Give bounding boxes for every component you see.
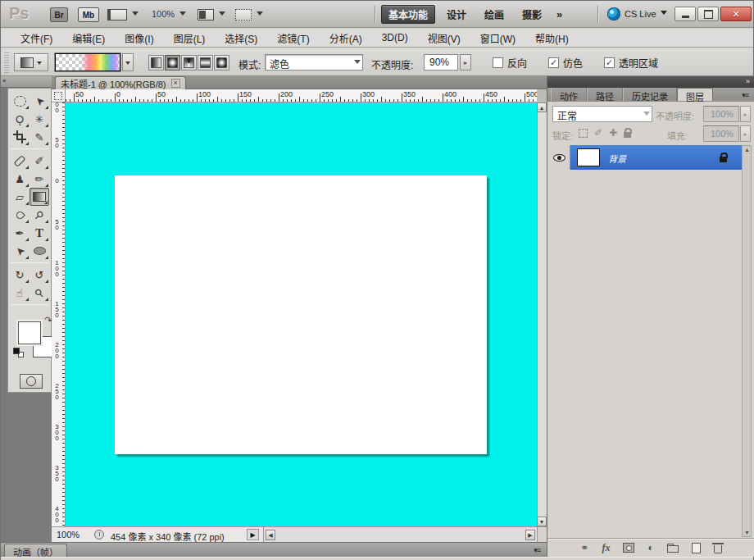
delete-layer-icon[interactable]: [714, 545, 722, 553]
workspace-overflow-icon[interactable]: »: [553, 8, 566, 20]
panel-menu-icon[interactable]: ▾≡: [742, 91, 748, 99]
canvas-viewport[interactable]: [66, 102, 537, 526]
screen-mode-icon[interactable]: [235, 9, 252, 20]
menu-item-10[interactable]: 帮助(H): [525, 29, 579, 48]
checkbox-1[interactable]: ✓仿色: [548, 56, 583, 70]
magic-wand-tool[interactable]: ✳: [30, 110, 49, 128]
collapse-panels-icon[interactable]: »: [746, 77, 750, 85]
menu-item-1[interactable]: 编辑(E): [62, 29, 115, 48]
pen-tool[interactable]: ✒: [10, 224, 30, 242]
layer-fill-spinner[interactable]: ▸: [740, 125, 751, 142]
view-extras-icon[interactable]: [107, 9, 127, 20]
eyedropper-tool[interactable]: ✎: [30, 128, 49, 146]
blend-mode-select[interactable]: 滤色: [265, 54, 363, 71]
menu-item-2[interactable]: 图像(I): [115, 29, 163, 48]
type-tool[interactable]: T: [30, 224, 49, 242]
minimize-button[interactable]: [675, 7, 696, 21]
layer-mask-icon[interactable]: [623, 543, 634, 553]
reflected-gradient-button[interactable]: [198, 55, 213, 71]
cs-live-button[interactable]: CS Live: [607, 7, 667, 20]
checkbox-0[interactable]: 反向: [493, 56, 527, 70]
maximize-button[interactable]: [697, 7, 719, 21]
workspace-button-2[interactable]: 绘画: [478, 6, 511, 23]
menu-item-3[interactable]: 图层(L): [164, 29, 216, 48]
layers-scrollbar[interactable]: ▲▼: [742, 145, 752, 537]
workspace-button-3[interactable]: 摄影: [516, 6, 548, 23]
lock-position-icon[interactable]: ✚: [609, 127, 617, 139]
canvas-document[interactable]: [115, 175, 487, 454]
workspace-button-0[interactable]: 基本功能: [381, 5, 435, 24]
elliptical-marquee-tool[interactable]: [10, 92, 30, 110]
lock-all-icon[interactable]: [624, 132, 631, 138]
history-brush-tool[interactable]: ✏: [30, 170, 49, 188]
checkbox-2[interactable]: ✓透明区域: [604, 56, 658, 70]
chevron-down-icon[interactable]: [257, 11, 263, 19]
3d-rotate-tool[interactable]: ↻: [10, 266, 30, 284]
scroll-up-icon[interactable]: ▲: [537, 102, 547, 112]
menu-item-7[interactable]: 3D(D): [372, 30, 418, 46]
chevron-down-icon[interactable]: [219, 11, 225, 19]
new-group-icon[interactable]: [667, 545, 679, 553]
scroll-right-icon[interactable]: ▶: [525, 530, 535, 540]
layer-row[interactable]: 背景: [549, 145, 743, 170]
launch-mini-bridge-button[interactable]: Mb: [78, 7, 99, 22]
menu-item-4[interactable]: 选择(S): [215, 29, 267, 48]
chevron-down-icon[interactable]: [132, 11, 139, 19]
layer-blend-mode-select[interactable]: 正常: [552, 106, 652, 122]
adjustment-layer-icon[interactable]: ◐: [647, 542, 653, 553]
menu-item-0[interactable]: 文件(F): [11, 29, 62, 48]
panel-tab-3[interactable]: 图层: [677, 88, 713, 101]
default-colors-icon[interactable]: [13, 348, 24, 357]
vertical-scrollbar[interactable]: ▲ ▼: [537, 102, 547, 526]
layer-visibility-toggle[interactable]: [549, 145, 570, 170]
opacity-spinner[interactable]: ▸: [460, 54, 471, 71]
close-document-icon[interactable]: ×: [171, 79, 180, 88]
lasso-tool[interactable]: Ǫ: [10, 110, 30, 128]
status-flyout-button[interactable]: ▶: [247, 529, 259, 540]
scroll-down-icon[interactable]: ▼: [537, 517, 547, 526]
move-tool[interactable]: ➤: [30, 92, 49, 110]
scroll-left-icon[interactable]: ◀: [266, 530, 275, 540]
hand-tool[interactable]: ☝: [10, 284, 30, 302]
clone-stamp-tool[interactable]: ♟: [10, 170, 30, 188]
status-zoom-field[interactable]: 100%: [57, 530, 93, 540]
lock-transparent-icon[interactable]: [579, 129, 588, 138]
workspace-button-1[interactable]: 设计: [440, 6, 473, 23]
opacity-input[interactable]: 90%: [424, 54, 458, 71]
chevron-down-icon[interactable]: [179, 11, 186, 19]
tool-preset-picker[interactable]: [14, 53, 48, 71]
options-grip[interactable]: [4, 52, 9, 73]
path-selection-tool[interactable]: ➤: [10, 242, 30, 260]
gradient-preview[interactable]: [55, 53, 120, 71]
lock-image-icon[interactable]: ✐: [594, 127, 602, 139]
panel-tab-0[interactable]: 动作: [551, 88, 587, 101]
launch-bridge-button[interactable]: Br: [50, 7, 68, 22]
menu-item-9[interactable]: 窗口(W): [470, 29, 525, 48]
menu-item-5[interactable]: 滤镜(T): [267, 29, 319, 48]
panel-tab-2[interactable]: 历史记录: [623, 88, 677, 101]
linear-gradient-button[interactable]: [148, 55, 164, 71]
horizontal-scrollbar[interactable]: ◀ ▶: [263, 527, 537, 542]
zoom-level-control[interactable]: 100%: [152, 9, 175, 19]
animation-tab[interactable]: 动画（帧）: [4, 544, 67, 558]
dodge-tool[interactable]: ⚲: [30, 206, 49, 224]
spot-healing-brush-tool[interactable]: [10, 152, 30, 170]
close-button[interactable]: [720, 7, 752, 21]
angle-gradient-button[interactable]: [181, 55, 197, 71]
link-layers-icon[interactable]: ⚭: [580, 542, 588, 553]
foreground-color-swatch[interactable]: [18, 321, 41, 344]
layer-fill-value[interactable]: 100%: [703, 125, 739, 142]
ellipse-tool[interactable]: [30, 242, 49, 260]
gradient-tool[interactable]: [30, 188, 49, 206]
quick-mask-button[interactable]: [20, 374, 43, 389]
menu-item-6[interactable]: 分析(A): [320, 29, 372, 48]
3d-orbit-tool[interactable]: ↺: [30, 266, 49, 284]
menu-item-8[interactable]: 视图(V): [418, 29, 470, 48]
gradient-picker-dropdown[interactable]: [122, 53, 134, 71]
zoom-tool[interactable]: ⚲: [30, 284, 49, 302]
new-layer-icon[interactable]: [692, 543, 701, 553]
layer-opacity-value[interactable]: 100%: [703, 106, 739, 122]
collapse-tools-icon[interactable]: «: [1, 76, 52, 88]
blur-tool[interactable]: [10, 206, 30, 224]
eraser-tool[interactable]: ▱: [10, 188, 30, 206]
